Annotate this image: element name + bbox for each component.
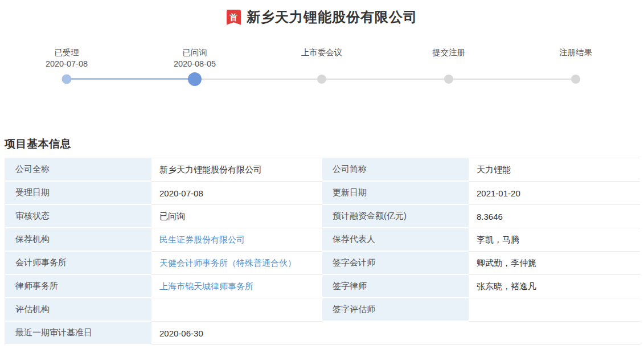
project-info-table: 公司全称新乡天力锂能股份有限公司公司简称天力锂能受理日期2020-07-08更新… [5,158,639,345]
field-value-link-cell: 上海市锦天城律师事务所 [151,275,322,298]
field-label: 审核状态 [5,205,151,228]
step-label: 已受理2020-07-08 [4,47,129,69]
field-value-link-cell: 民生证券股份有限公司 [151,228,322,252]
field-value [469,298,640,322]
step-dot-pending [317,75,326,84]
institution-link[interactable]: 天健会计师事务所（特殊普通合伙） [159,258,296,269]
field-label: 预计融资金额(亿元) [322,205,469,228]
table-row: 评估机构签字评估师 [5,298,639,322]
step-name: 已问询 [132,47,257,58]
field-value: 新乡天力锂能股份有限公司 [151,158,322,182]
stepper-track-completed [67,78,195,80]
field-value: 张东晓，褚逸凡 [469,275,640,298]
field-value [469,322,640,345]
field-label: 保荐代表人 [322,228,469,252]
field-value [322,322,469,345]
institution-link[interactable]: 上海市锦天城律师事务所 [159,281,253,292]
field-value [151,298,322,322]
step-name: 已受理 [4,47,129,58]
step-date: 2020-07-08 [4,58,129,69]
field-label: 签字评估师 [322,298,469,322]
field-value: 2021-01-20 [469,182,640,205]
table-row: 最近一期审计基准日2020-06-30 [5,322,639,345]
step-label: 已问询2020-08-05 [132,47,257,69]
field-value: 李凯，马腾 [469,228,640,252]
step-dot-done [62,75,72,84]
step-name: 注册结果 [513,47,638,58]
field-label: 更新日期 [322,182,469,205]
field-label: 公司全称 [5,158,151,182]
step-label: 注册结果 [513,47,638,58]
table-row: 公司全称新乡天力锂能股份有限公司公司简称天力锂能 [5,158,639,182]
table-row: 律师事务所上海市锦天城律师事务所签字律师张东晓，褚逸凡 [5,275,639,298]
table-row: 审核状态已问询预计融资金额(亿元)8.3646 [5,205,639,228]
field-value: 2020-07-08 [151,182,322,205]
table-row: 会计师事务所天健会计师事务所（特殊普通合伙）签字会计师卿武勤，李仲篪 [5,252,639,275]
field-label: 签字会计师 [322,252,469,275]
field-label: 签字律师 [322,275,469,298]
institution-link[interactable]: 民生证券股份有限公司 [159,235,245,245]
step-dot-pending [571,75,580,84]
step-name: 提交注册 [386,47,511,58]
step-name: 上市委会议 [259,47,384,58]
field-label: 评估机构 [5,298,151,322]
field-label: 最近一期审计基准日 [5,322,151,345]
step-dot-pending [444,75,453,84]
field-value: 天力锂能 [469,158,640,182]
field-value-link-cell: 天健会计师事务所（特殊普通合伙） [151,252,322,275]
step-date: 2020-08-05 [132,58,257,69]
field-label: 会计师事务所 [5,252,151,275]
step-label: 上市委会议 [259,47,384,58]
section-title: 项目基本信息 [5,137,71,151]
field-label: 律师事务所 [5,275,151,298]
step-label: 提交注册 [386,47,511,58]
field-label: 保荐机构 [5,228,151,252]
stepper: 已受理2020-07-08已问询2020-08-05上市委会议提交注册注册结果 [0,0,644,102]
step-dot-active [188,72,202,86]
field-value: 8.3646 [469,205,640,228]
field-label: 受理日期 [5,182,151,205]
table-row: 保荐机构民生证券股份有限公司保荐代表人李凯，马腾 [5,228,639,252]
field-value: 2020-06-30 [151,322,322,345]
stepper-track-pending [195,79,576,80]
table-row: 受理日期2020-07-08更新日期2021-01-20 [5,182,639,205]
field-label: 公司简称 [322,158,469,182]
field-value: 卿武勤，李仲篪 [469,252,640,275]
field-value: 已问询 [151,205,322,228]
